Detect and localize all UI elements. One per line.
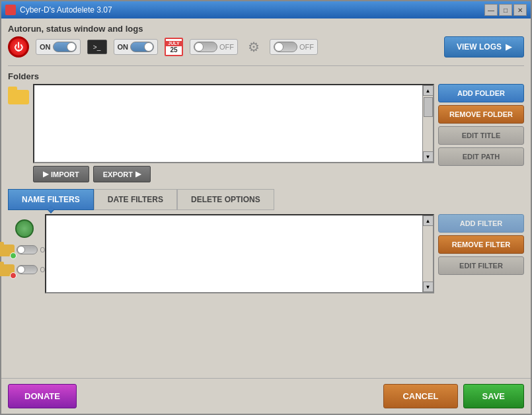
folder-icon — [8, 87, 29, 105]
import-arrow-icon: ▶ — [43, 170, 48, 178]
window-title: Cyber-D's Autodelete 3.07 — [20, 5, 112, 15]
tab-name-filters-label: NAME FILTERS — [22, 195, 80, 204]
filter-list-area: ▲ ▼ — [45, 214, 434, 369]
app-icon — [5, 5, 16, 15]
folders-header: Folders — [8, 71, 524, 81]
export-button[interactable]: EXPORT ▶ — [93, 166, 151, 182]
toggle-group-2[interactable]: ON — [114, 39, 159, 55]
toggle1-on-label: ON — [40, 43, 51, 51]
tabs-section: NAME FILTERS DATE FILTERS DELETE OPTIONS — [8, 186, 524, 373]
toggle-group-4[interactable]: OFF — [270, 39, 318, 55]
scroll-down-arrow[interactable]: ▼ — [423, 151, 434, 162]
remove-folder-button[interactable]: REMOVE FOLDER — [438, 105, 524, 124]
maximize-button[interactable]: □ — [499, 4, 512, 16]
view-logs-label: VIEW LOGS — [457, 42, 502, 52]
filter-folder-icon-1 — [0, 242, 15, 258]
edit-title-button[interactable]: EDIT TITLE — [438, 126, 524, 145]
autorun-header: Autorun, status window and logs — [8, 24, 524, 34]
tab-delete-options[interactable]: DELETE OPTIONS — [177, 189, 274, 210]
toggle-group-1[interactable]: ON — [36, 39, 81, 55]
cancel-button[interactable]: CANCEL — [383, 384, 457, 408]
folder-icon-area — [8, 84, 29, 105]
filter-scroll-down[interactable]: ▼ — [423, 282, 434, 292]
globe-icon — [15, 219, 34, 238]
name-filters-content: OFF OFF — [8, 210, 524, 373]
title-bar-controls: — □ ✕ — [484, 4, 527, 16]
scroll-up-arrow[interactable]: ▲ — [423, 85, 434, 96]
tab-delete-options-label: DELETE OPTIONS — [191, 195, 260, 204]
filter-toggle-knob-2 — [17, 266, 25, 274]
toggle-switch-3[interactable] — [194, 42, 217, 52]
autorun-row: ⏻ ON >_ ON — [8, 34, 524, 60]
tab-date-filters-label: DATE FILTERS — [108, 195, 163, 204]
bottom-bar: DONATE CANCEL SAVE — [1, 378, 531, 414]
main-content: Autorun, status window and logs ⏻ ON >_ … — [1, 19, 531, 378]
export-arrow-icon: ▶ — [135, 170, 141, 178]
toggle-knob-4 — [274, 42, 284, 52]
title-bar-left: Cyber-D's Autodelete 3.07 — [5, 5, 112, 15]
filter-toggle-1[interactable] — [17, 245, 38, 254]
remove-filter-button[interactable]: REMOVE FILTER — [438, 235, 524, 254]
folders-list-area: ▲ ▼ ▶ IMPORT EXPORT ▶ — [33, 84, 434, 182]
filter-folder-icon-2 — [0, 262, 15, 278]
filter-right-buttons: ADD FILTER REMOVE FILTER EDIT FILTER — [438, 214, 524, 369]
add-filter-button[interactable]: ADD FILTER — [438, 214, 524, 233]
toggle-switch-2[interactable] — [130, 42, 154, 52]
gear-icon: ⚙ — [245, 38, 263, 56]
power-button[interactable]: ⏻ — [8, 36, 29, 57]
filter-toggle-knob-1 — [17, 246, 25, 254]
view-logs-arrow-icon: ▶ — [506, 42, 512, 52]
folder-right-buttons: ADD FOLDER REMOVE FOLDER EDIT TITLE EDIT… — [438, 84, 524, 166]
folders-content: ▲ ▼ ▶ IMPORT EXPORT ▶ — [8, 84, 524, 182]
edit-path-button[interactable]: EDIT PATH — [438, 147, 524, 166]
filter-badge-green — [10, 252, 17, 259]
edit-filter-button[interactable]: EDIT FILTER — [438, 256, 524, 275]
minimize-button[interactable]: — — [484, 4, 498, 16]
import-button[interactable]: ▶ IMPORT — [33, 166, 89, 182]
add-folder-button[interactable]: ADD FOLDER — [438, 84, 524, 102]
folders-list-box[interactable]: ▲ ▼ — [33, 84, 434, 163]
import-export-row: ▶ IMPORT EXPORT ▶ — [33, 166, 434, 182]
toggle4-off-label: OFF — [299, 43, 314, 51]
import-label: IMPORT — [51, 170, 79, 178]
tab-name-filters[interactable]: NAME FILTERS — [8, 189, 94, 210]
filter-scrollbar[interactable]: ▲ ▼ — [422, 215, 433, 292]
toggle2-on-label: ON — [118, 43, 129, 51]
toggle-switch-1[interactable] — [53, 42, 77, 52]
scroll-thumb[interactable] — [424, 97, 433, 117]
separator-1 — [8, 65, 524, 66]
tabs-row: NAME FILTERS DATE FILTERS DELETE OPTIONS — [8, 189, 524, 210]
donate-button[interactable]: DONATE — [8, 384, 77, 408]
toggle3-off-label: OFF — [219, 43, 234, 51]
title-bar: Cyber-D's Autodelete 3.07 — □ ✕ — [1, 1, 531, 19]
folders-scrollbar[interactable]: ▲ ▼ — [422, 85, 433, 162]
filter-toggle-2[interactable] — [17, 265, 38, 274]
export-label: EXPORT — [103, 170, 133, 178]
toggle-knob-2 — [144, 42, 153, 52]
main-window: Cyber-D's Autodelete 3.07 — □ ✕ Autorun,… — [0, 0, 532, 415]
toggle-group-3[interactable]: OFF — [190, 39, 238, 55]
calendar-day: 25 — [170, 46, 177, 54]
filter-badge-red — [10, 272, 17, 279]
filter-list-box[interactable]: ▲ ▼ — [45, 214, 434, 293]
filter-left-panel: OFF OFF — [8, 214, 41, 369]
folders-section: Folders ▲ ▼ — [8, 71, 524, 182]
terminal-icon: >_ — [87, 40, 107, 54]
calendar-month: JULY — [166, 41, 182, 46]
calendar-icon: JULY 25 — [165, 38, 183, 56]
toggle-knob-1 — [67, 42, 76, 52]
filter-scroll-up[interactable]: ▲ — [423, 215, 434, 226]
toggle-knob-3 — [194, 42, 204, 52]
toggle-switch-4[interactable] — [274, 42, 297, 52]
save-button[interactable]: SAVE — [463, 384, 524, 408]
autorun-section: Autorun, status window and logs ⏻ ON >_ … — [8, 24, 524, 60]
view-logs-button[interactable]: VIEW LOGS ▶ — [444, 36, 524, 57]
close-button[interactable]: ✕ — [513, 4, 527, 16]
tab-date-filters[interactable]: DATE FILTERS — [94, 189, 177, 210]
